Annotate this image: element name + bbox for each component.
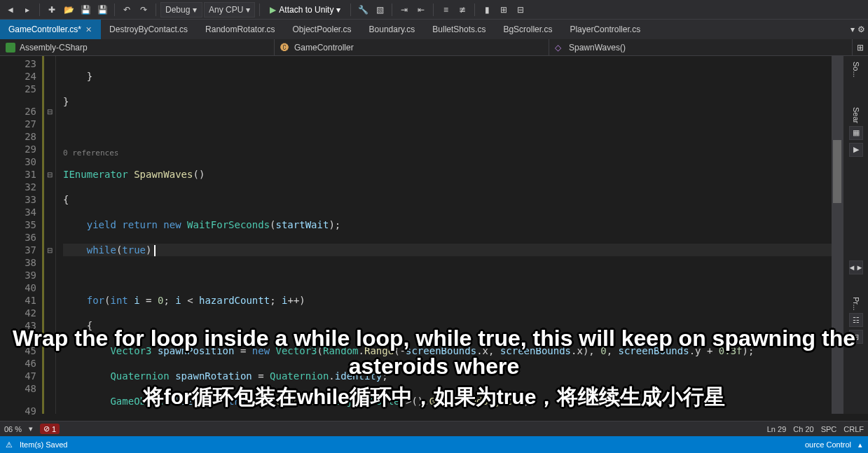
main-toolbar: ◄ ▸ ✚ 📂 💾 💾 ↶ ↷ Debug ▾ Any CPU ▾ ▶ Atta…: [0, 0, 868, 20]
rail-icon[interactable]: ☷: [849, 313, 863, 327]
tab-label: Boundary.cs: [369, 25, 415, 34]
save-all-icon[interactable]: 💾: [95, 2, 110, 18]
platform-dropdown[interactable]: Any CPU ▾: [204, 2, 255, 18]
codelens-references[interactable]: 0 references: [63, 148, 118, 158]
csharp-icon: [6, 43, 15, 53]
uncomment-icon[interactable]: ≢: [455, 2, 470, 18]
nav-fwd-icon[interactable]: ▸: [20, 2, 35, 18]
tab-label: ObjectPooler.cs: [292, 25, 351, 34]
source-control[interactable]: ource Control: [805, 440, 851, 449]
fold-column: ⊟ ⊟ ⊟: [42, 56, 56, 414]
error-count[interactable]: ⊘ 1: [40, 424, 60, 434]
run-label: Attach to Unity: [279, 5, 333, 15]
line-ending: CRLF: [843, 425, 864, 433]
rail-label[interactable]: Sear: [852, 107, 860, 123]
comment-icon[interactable]: ≡: [438, 2, 453, 18]
vertical-scrollbar[interactable]: [832, 56, 843, 414]
status-bar: 06 % ▾ ⊘ 1 Ln 29 Ch 20 SPC CRLF: [0, 421, 868, 436]
gear-icon[interactable]: ⚙: [857, 25, 865, 34]
play-icon: ▶: [270, 5, 276, 15]
tab-label: DestroyByContact.cs: [109, 25, 188, 34]
config-label: Debug: [165, 5, 190, 15]
tab-gamecontroller[interactable]: GameController.cs* ✕: [0, 20, 101, 39]
rail-icon[interactable]: ▦: [849, 126, 863, 140]
nav-back-icon[interactable]: ◄: [3, 2, 18, 18]
tool-icon[interactable]: ▧: [372, 2, 387, 18]
cursor-position: Ln 29: [767, 425, 787, 433]
nav-member[interactable]: ◇ SpawnWaves(): [549, 39, 853, 55]
rail-icon[interactable]: ⊞: [849, 330, 863, 344]
saved-status: Item(s) Saved: [20, 440, 67, 449]
undo-icon[interactable]: ↶: [119, 2, 135, 18]
fold-icon[interactable]: ⊟: [44, 168, 55, 181]
config-dropdown[interactable]: Debug ▾: [160, 2, 202, 18]
tab-label: BgScroller.cs: [503, 25, 552, 34]
step-icon[interactable]: ⇤: [413, 2, 429, 18]
run-button[interactable]: ▶ Attach to Unity ▾: [264, 2, 346, 18]
editor: 232425 2627282930 3132333435 3637383940 …: [0, 56, 868, 414]
tool-icon[interactable]: ⊞: [496, 2, 511, 18]
chevron-down-icon: ▾: [336, 5, 340, 15]
text-cursor: [154, 245, 156, 256]
tab-label: GameController.cs*: [8, 25, 81, 34]
chevron-down-icon[interactable]: ▾: [850, 25, 855, 34]
warning-icon: ⚠: [6, 440, 13, 449]
chevron-down-icon: ▾: [193, 5, 197, 15]
nav-class[interactable]: 🅒 GameController: [275, 39, 549, 55]
tab-destroybycontact[interactable]: DestroyByContact.cs: [101, 20, 197, 39]
error-icon: ⊘: [43, 424, 50, 433]
navigation-bar: Assembly-CSharp 🅒 GameController ◇ Spawn…: [0, 39, 868, 56]
zoom-dropdown-icon[interactable]: ▾: [29, 424, 33, 433]
nav-member-label: SpawnWaves(): [569, 43, 626, 53]
class-icon: 🅒: [280, 43, 290, 53]
scrollbar-thumb[interactable]: [833, 140, 841, 203]
code-view[interactable]: } } 0 references IEnumerator SpawnWaves(…: [56, 56, 832, 414]
rail-label[interactable]: Pr...: [852, 297, 860, 311]
tab-boundary[interactable]: Boundary.cs: [361, 20, 425, 39]
tab-bulletshots[interactable]: BulletShots.cs: [424, 20, 495, 39]
zoom-level[interactable]: 06 %: [4, 425, 22, 433]
save-icon[interactable]: 💾: [78, 2, 93, 18]
fold-icon[interactable]: ⊟: [44, 105, 55, 118]
tab-label: RandomRotator.cs: [205, 25, 275, 34]
fold-icon[interactable]: ⊟: [44, 244, 55, 256]
rail-icon[interactable]: ▶: [849, 143, 863, 157]
tab-bgscroller[interactable]: BgScroller.cs: [495, 20, 561, 39]
tab-label: PlayerController.cs: [570, 25, 640, 34]
line-gutter: 232425 2627282930 3132333435 3637383940 …: [0, 56, 42, 414]
rail-icon[interactable]: ◄►: [849, 260, 863, 274]
tab-objectpooler[interactable]: ObjectPooler.cs: [284, 20, 360, 39]
cursor-char: Ch 20: [793, 425, 813, 433]
step-icon[interactable]: ⇥: [397, 2, 412, 18]
open-icon[interactable]: 📂: [61, 2, 76, 18]
new-file-icon[interactable]: ✚: [44, 2, 60, 18]
indent-mode: SPC: [821, 425, 837, 433]
bookmark-icon[interactable]: ▮: [479, 2, 495, 18]
chevron-up-icon[interactable]: ▴: [858, 440, 862, 449]
redo-icon[interactable]: ↷: [136, 2, 151, 18]
method-icon: ◇: [555, 43, 565, 53]
nav-project-label: Assembly-CSharp: [20, 43, 88, 53]
tab-playercontroller[interactable]: PlayerController.cs: [561, 20, 649, 39]
tool-icon[interactable]: 🔧: [355, 2, 371, 18]
tool-icon[interactable]: ⊟: [513, 2, 528, 18]
platform-label: Any CPU: [209, 5, 243, 15]
split-icon[interactable]: ⊞: [853, 39, 868, 55]
info-bar: ⚠ Item(s) Saved ource Control ▴: [0, 436, 868, 453]
nav-class-label: GameController: [294, 43, 354, 53]
tab-label: BulletShots.cs: [432, 25, 485, 34]
close-icon[interactable]: ✕: [85, 25, 92, 34]
document-tabs: GameController.cs* ✕ DestroyByContact.cs…: [0, 20, 868, 39]
chevron-down-icon: ▾: [246, 5, 250, 15]
tab-randomrotator[interactable]: RandomRotator.cs: [197, 20, 284, 39]
nav-project[interactable]: Assembly-CSharp: [0, 39, 275, 55]
rail-label[interactable]: So...: [852, 62, 860, 78]
right-tool-rail: So... Sear ▦ ▶ ◄► Pr... ☷ ⊞: [843, 56, 868, 414]
